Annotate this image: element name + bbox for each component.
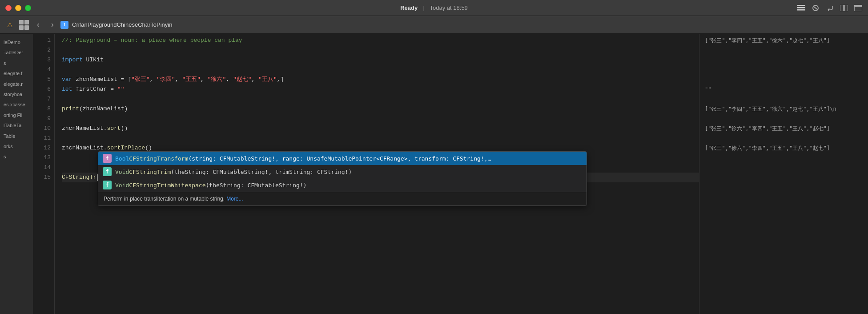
nav-back-button[interactable]: ‹: [32, 19, 44, 31]
grid-icon: [19, 20, 29, 30]
sidebar-item-9[interactable]: Table: [0, 131, 33, 141]
nav-forward-button[interactable]: ›: [46, 19, 59, 31]
ac-return-type-2: Void: [115, 182, 129, 189]
result-line-11: [705, 133, 863, 143]
sidebar-item-6[interactable]: es.xcasse: [0, 100, 33, 110]
result-line-6: "": [705, 85, 863, 94]
code-var-kw: var: [62, 75, 72, 85]
sidebar-item-4[interactable]: elegate.r: [0, 79, 33, 89]
maximize-button[interactable]: [25, 5, 31, 11]
sidebar: leDemo TableDer s elegate.f elegate.r st…: [0, 34, 33, 314]
svg-rect-6: [844, 5, 848, 11]
result-line-15: [705, 173, 863, 182]
code-editor[interactable]: 1 2 3 4 5 6 7 8 9 10 11 12 13 14 15 //: [33, 34, 868, 314]
result-line-9: [705, 114, 863, 124]
autocomplete-docs: Perform in-place transliteration on a mu…: [98, 192, 587, 205]
sidebar-item-11[interactable]: s: [0, 152, 33, 162]
ac-return-type-0: Bool: [115, 155, 129, 162]
sidebar-item-0[interactable]: leDemo: [0, 37, 33, 48]
autocomplete-item-1[interactable]: f Void CFStringTrim(theString: CFMutable…: [98, 165, 587, 178]
result-line-5: [705, 75, 863, 85]
line-num-4: 4: [33, 65, 51, 75]
sidebar-item-3[interactable]: elegate.f: [0, 68, 33, 79]
code-line-10: zhcnNameList.sort(): [62, 124, 699, 133]
result-line-10: ["张三","徐六","李四","王五","王八","赵七"]: [705, 124, 863, 133]
sidebar-item-5[interactable]: storyboa: [0, 89, 33, 100]
result-line-7: [705, 94, 863, 104]
title-divider: |: [423, 4, 424, 11]
code-keyword-import: import: [62, 55, 83, 65]
svg-rect-0: [797, 5, 805, 6]
code-comment-1: //: Playground – noun: a place where peo…: [62, 36, 242, 45]
ac-func-params-2: (theString: CFMutableString!): [206, 182, 307, 189]
code-line-5: var zhcnNameList = ["张三", "李四", "王五", "徐…: [62, 75, 699, 85]
warning-button[interactable]: ⚠: [4, 19, 16, 31]
result-line-4: [705, 65, 863, 75]
line-num-1: 1: [33, 36, 51, 45]
traffic-lights: [0, 5, 31, 11]
ac-content-1: CFStringTrim(theString: CFMutableString!…: [129, 169, 352, 175]
sidebar-item-10[interactable]: orks: [0, 141, 33, 152]
no-preview-button[interactable]: [809, 3, 822, 13]
sidebar-item-7[interactable]: orting Fil: [0, 110, 33, 121]
code-import-uikit: UIKit: [83, 55, 104, 65]
warning-icon: ⚠: [7, 21, 13, 28]
svg-rect-1: [797, 7, 805, 8]
ac-content-2: CFStringTrimWhitespace(theString: CFMuta…: [129, 182, 306, 189]
line-numbers: 1 2 3 4 5 6 7 8 9 10 11 12 13 14 15: [33, 34, 55, 314]
ac-icon-0: f: [103, 154, 112, 163]
sidebar-item-1[interactable]: TableDer: [0, 48, 33, 58]
result-line-12: ["张三","徐六","李四","王五","王八","赵七"]: [705, 143, 863, 153]
line-num-14: 14: [33, 163, 51, 173]
line-num-7: 7: [33, 94, 51, 104]
code-line-3: import UIKit: [62, 55, 699, 65]
fullscreen-button[interactable]: [852, 3, 864, 13]
code-str-1: "张三": [131, 75, 150, 85]
code-line-8: print(zhcnNameList): [62, 104, 699, 114]
result-line-14: [705, 163, 863, 173]
filename-label: CrifanPlaygroundChineseCharToPinyin: [72, 21, 172, 28]
code-line-11: [62, 133, 699, 143]
code-area[interactable]: 1 2 3 4 5 6 7 8 9 10 11 12 13 14 15 //: [33, 34, 868, 314]
code-line-2: [62, 45, 699, 55]
line-num-13: 13: [33, 153, 51, 163]
title-actions: [795, 3, 868, 13]
file-icon: f: [60, 21, 68, 29]
sidebar-item-2[interactable]: s: [0, 58, 33, 68]
line-num-15: 15: [33, 173, 51, 182]
sidebar-item-8[interactable]: lTableTa: [0, 121, 33, 131]
return-button[interactable]: [824, 3, 836, 13]
ac-icon-1: f: [103, 167, 112, 176]
title-center: Ready | Today at 18:59: [400, 4, 468, 11]
grid-button[interactable]: [18, 19, 30, 31]
line-num-9: 9: [33, 114, 51, 124]
ac-func-name-2: CFStringTrimWhitespace: [129, 182, 205, 189]
split-view-button[interactable]: [838, 3, 850, 13]
ac-func-params-1: (theString: CFMutableString!, trimString…: [171, 169, 352, 175]
autocomplete-dropdown[interactable]: f Bool CFStringTransform(string: CFMutab…: [98, 151, 587, 206]
line-num-3: 3: [33, 55, 51, 65]
code-line-4: [62, 65, 699, 75]
line-num-6: 6: [33, 85, 51, 94]
close-button[interactable]: [5, 5, 12, 11]
code-var-name: zhcnNameList = [: [72, 75, 131, 85]
svg-rect-5: [840, 5, 844, 11]
code-line-1: //: Playground – noun: a place where peo…: [62, 36, 699, 45]
ac-content-0: CFStringTransform(string: CFMutableStrin…: [129, 155, 491, 162]
results-panel: ["张三","李四","王五","徐六","赵七","王八"] "" ["张三"…: [699, 34, 868, 314]
result-line-1: ["张三","李四","王五","徐六","赵七","王八"]: [705, 36, 863, 45]
line-num-12: 12: [33, 143, 51, 153]
code-line-6: let firstChar = "": [62, 85, 699, 94]
line-num-10: 10: [33, 124, 51, 133]
autocomplete-item-0[interactable]: f Bool CFStringTransform(string: CFMutab…: [98, 152, 587, 165]
editor-mode-button[interactable]: [795, 3, 808, 13]
code-line-7: [62, 94, 699, 104]
ac-func-name-0: CFStringTransform: [129, 155, 188, 162]
docs-more-link[interactable]: More...: [226, 196, 243, 202]
svg-rect-2: [797, 9, 805, 11]
code-line-9: [62, 114, 699, 124]
autocomplete-item-2[interactable]: f Void CFStringTrimWhitespace(theString:…: [98, 178, 587, 192]
ac-return-type-1: Void: [115, 169, 129, 175]
minimize-button[interactable]: [15, 5, 21, 11]
docs-text: Perform in-place transliteration on a mu…: [104, 196, 225, 202]
